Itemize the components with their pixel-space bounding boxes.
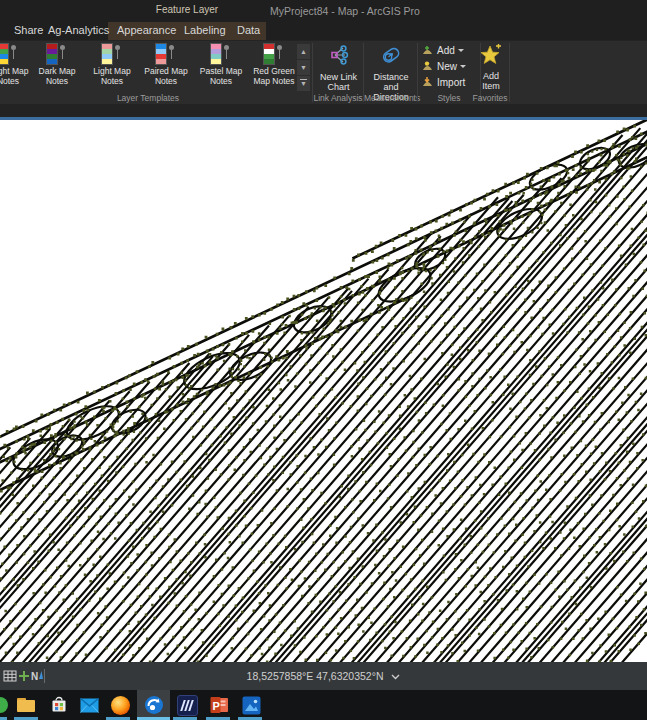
windows-taskbar: P: [0, 690, 647, 720]
coordinate-readout[interactable]: 18,5257858°E 47,6320352°N: [0, 662, 647, 690]
gallery-item-red-green-map-notes[interactable]: Red Green Map Notes: [247, 44, 301, 92]
title-bar: Feature Layer MyProject84 - Map - ArcGIS…: [0, 0, 647, 22]
map-notes-icon: [0, 44, 18, 65]
tab-labeling[interactable]: Labeling: [180, 22, 230, 40]
tab-ag-analytics[interactable]: Ag-Analytics: [44, 22, 113, 40]
gallery-item-label: Paired Map Notes: [139, 67, 193, 86]
coordinate-text: 18,5257858°E 47,6320352°N: [247, 670, 384, 682]
button-label: Add Item: [478, 71, 504, 91]
pushpin-icon: [277, 45, 282, 50]
gallery-item-paired-map-notes[interactable]: Paired Map Notes: [139, 44, 193, 92]
gallery-item-dark-map-notes[interactable]: Dark Map Notes: [30, 44, 84, 92]
map-notes-icon: [264, 44, 284, 65]
taskbar-powerpoint[interactable]: P: [204, 690, 234, 720]
add-item-star-icon: [479, 44, 503, 67]
file-explorer-icon: [17, 698, 35, 712]
map-notes-icon: [102, 44, 122, 65]
map-status-bar: N 18,5257858°E 47,6320352°N: [0, 662, 647, 690]
style-new-icon: [421, 60, 434, 73]
gallery-item-label: Dark Map Notes: [30, 67, 84, 86]
photos-icon: [242, 696, 261, 715]
new-link-chart-button[interactable]: New Link Chart: [314, 44, 363, 92]
map-notes-icon: [211, 44, 231, 65]
group-label-measurements: Measurements: [364, 93, 417, 103]
dark-blue-app-icon: [177, 695, 198, 716]
taskbar-photos[interactable]: [236, 690, 266, 720]
gallery-item-label: Light Map Notes: [85, 67, 139, 86]
chevron-down-icon: [391, 674, 400, 680]
svg-text:P: P: [212, 700, 219, 712]
gallery-scroll-down-button[interactable]: ▼: [297, 60, 310, 75]
style-import-icon: [421, 76, 434, 89]
pushpin-icon: [169, 45, 174, 50]
taskbar-mail[interactable]: [74, 690, 104, 720]
gallery-item-pastel-map-notes[interactable]: Pastel Map Notes: [194, 44, 248, 92]
style-add-icon: [421, 44, 434, 57]
mail-icon: [80, 698, 99, 713]
view-tab-strip: [0, 104, 647, 117]
dropdown-arrow-icon: [460, 65, 466, 68]
powerpoint-icon: P: [210, 696, 229, 714]
tab-data[interactable]: Data: [233, 22, 264, 40]
styles-add-button[interactable]: Add: [421, 43, 464, 58]
map-notes-icon: [156, 44, 176, 65]
button-label: New: [437, 61, 457, 72]
styles-import-button[interactable]: Import: [421, 75, 465, 90]
green-app-icon: [0, 697, 8, 713]
gallery-item-label: Red Green Map Notes: [247, 67, 301, 86]
taskbar-dark-blue-app[interactable]: [172, 690, 202, 720]
arcgis-pro-icon: [144, 695, 164, 715]
taskbar-firefox[interactable]: [105, 690, 135, 720]
contextual-group-label: Feature Layer: [108, 4, 266, 15]
group-label-favorites: Favorites: [470, 93, 510, 103]
group-label-link-analysis: Link Analysis: [313, 93, 363, 103]
distance-direction-icon: [380, 44, 402, 66]
taskbar-file-explorer[interactable]: [11, 690, 41, 720]
button-label: New Link Chart: [314, 72, 363, 92]
pushpin-icon: [11, 45, 16, 50]
pushpin-icon: [115, 45, 120, 50]
styles-new-button[interactable]: New: [421, 59, 466, 74]
tab-appearance[interactable]: Appearance: [113, 22, 180, 40]
gallery-expand-button[interactable]: ▼: [297, 76, 310, 91]
taskbar-microsoft-store[interactable]: [44, 690, 74, 720]
add-item-button[interactable]: Add Item: [477, 44, 505, 91]
gps-track-lines: [0, 120, 647, 662]
button-label: Import: [437, 77, 465, 88]
firefox-icon: [111, 696, 130, 715]
pushpin-icon: [224, 45, 229, 50]
map-notes-icon: [47, 44, 67, 65]
pushpin-icon: [60, 45, 65, 50]
tab-share[interactable]: Share: [10, 22, 47, 40]
ribbon-tab-row: Share Ag-Analytics Appearance Labeling D…: [0, 22, 647, 40]
ribbon-body: Bright Map Notes Dark Map Notes Light Ma…: [0, 40, 647, 104]
gallery-scrollbar: ▲ ▼ ▼: [297, 44, 310, 93]
window-title: MyProject84 - Map - ArcGIS Pro: [270, 5, 420, 17]
gallery-item-light-map-notes[interactable]: Light Map Notes: [85, 44, 139, 92]
gallery-scroll-up-button[interactable]: ▲: [297, 44, 310, 59]
group-label-layer-templates: Layer Templates: [0, 93, 296, 103]
microsoft-store-icon: [50, 696, 68, 714]
button-label: Add: [437, 45, 455, 56]
taskbar-arcgis-pro[interactable]: [137, 690, 170, 720]
dropdown-arrow-icon: [458, 49, 464, 52]
map-view[interactable]: [0, 120, 647, 662]
group-separator: [509, 43, 510, 102]
gallery-item-label: Pastel Map Notes: [194, 67, 248, 86]
link-chart-icon: [328, 44, 350, 66]
